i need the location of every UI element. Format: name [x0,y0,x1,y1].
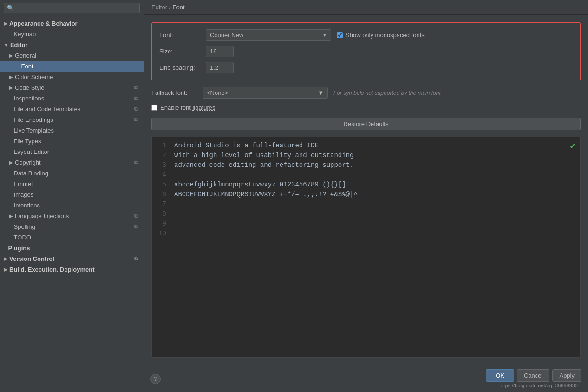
size-input[interactable]: 16 [206,46,234,57]
sidebar-item-plugins[interactable]: Plugins [0,243,144,253]
font-row: Font: Courier New ▼ Show only monospaced… [159,29,573,41]
fallback-row: Fallback font: <None> ▼ For symbols not … [151,87,581,99]
csdn-link: https://blog.csdn.net/qq_36699930 [499,383,578,388]
tree-arrow-appearance-behavior: ▶ [4,21,7,26]
fallback-label: Fallback font: [151,89,203,96]
preview-line-5: abcdefghijklmnopqrstuvwxyz 0123456789 ()… [174,180,576,190]
sidebar-item-icon-copyright: ⧉ [134,159,138,166]
sidebar-item-language-injections[interactable]: ▶Language Injections⧉ [0,211,144,221]
tree-arrow-code-style: ▶ [9,85,13,90]
sidebar-item-label-intentions: Intentions [14,202,40,209]
sidebar-item-keymap[interactable]: Keymap [0,29,144,40]
sidebar-item-label-appearance-behavior: Appearance & Behavior [9,20,78,27]
sidebar-item-general[interactable]: ▶General [0,50,144,61]
sidebar-item-label-version-control: Version Control [9,255,54,262]
font-label: Font: [159,32,206,39]
sidebar-item-icon-language-injections: ⧉ [134,213,138,219]
breadcrumb-parent: Editor [151,4,167,11]
sidebar-item-inspections[interactable]: Inspections⧉ [0,93,144,104]
line-number-9: 9 [156,219,166,229]
sidebar-item-todo[interactable]: TODO [0,232,144,243]
ok-button[interactable]: OK [486,369,514,382]
size-row: Size: 16 [159,46,573,57]
sidebar-item-label-inspections: Inspections [14,95,45,102]
tree-arrow-color-scheme: ▶ [9,74,13,80]
line-number-1: 1 [156,141,166,151]
sidebar-item-label-editor: Editor [10,41,28,48]
breadcrumb-separator: › [169,4,173,11]
preview-line-1: Android Studio is a full-featured IDE [174,141,576,151]
content-panel: Font: Courier New ▼ Show only monospaced… [144,15,588,365]
sidebar-item-label-font: Font [21,63,33,70]
content-area: Editor › Font Font: Courier New ▼ Show o… [144,0,588,392]
line-spacing-row: Line spacing: 1.2 [159,62,573,73]
fallback-hint: For symbols not supported by the main fo… [333,90,441,96]
sidebar-item-file-types[interactable]: File Types [0,136,144,146]
search-input[interactable] [16,5,137,11]
sidebar-item-editor[interactable]: ▼Editor [0,40,144,50]
preview-line-8 [174,209,576,219]
apply-button[interactable]: Apply [552,369,581,382]
sidebar-item-label-emmet: Emmet [14,180,33,187]
sidebar-item-data-binding[interactable]: Data Binding [0,168,144,179]
font-dropdown[interactable]: Courier New ▼ [206,29,331,41]
sidebar-item-copyright[interactable]: ▶Copyright⧉ [0,157,144,168]
sidebar-item-images[interactable]: Images [0,189,144,200]
sidebar-item-build-execution-deployment[interactable]: ▶Build, Execution, Deployment [0,264,144,275]
sidebar: 🔍 ▶Appearance & Behavior Keymap▼Editor▶G… [0,0,144,392]
sidebar-item-icon-inspections: ⧉ [134,95,138,101]
breadcrumb-current: Font [173,4,185,11]
sidebar-item-color-scheme[interactable]: ▶Color Scheme [0,72,144,82]
line-number-7: 7 [156,199,166,209]
line-number-4: 4 [156,170,166,180]
line-number-8: 8 [156,209,166,219]
sidebar-item-version-control[interactable]: ▶Version Control⧉ [0,253,144,264]
sidebar-tree: ▶Appearance & Behavior Keymap▼Editor▶Gen… [0,16,144,392]
preview-line-3: advanced code editing and refactoring su… [174,160,576,170]
sidebar-item-layout-editor[interactable]: Layout Editor [0,146,144,157]
tree-arrow-build-execution-deployment: ▶ [4,267,7,272]
sidebar-item-label-plugins: Plugins [8,245,30,252]
checkmark-icon: ✔ [569,141,576,151]
sidebar-item-live-templates[interactable]: Live Templates [0,125,144,136]
sidebar-item-label-keymap: Keymap [14,31,36,38]
sidebar-item-icon-file-code-templates: ⧉ [134,106,138,112]
search-wrap[interactable]: 🔍 [4,3,140,13]
sidebar-item-appearance-behavior[interactable]: ▶Appearance & Behavior [0,18,144,29]
cancel-button[interactable]: Cancel [517,369,549,382]
bottom-bar: ? OK Cancel Apply https://blog.csdn.net/… [144,365,588,392]
sidebar-item-label-file-encodings: File Encodings [14,116,53,123]
ligatures-checkbox[interactable] [151,105,157,111]
restore-defaults-button[interactable]: Restore Defaults [151,118,581,130]
sidebar-item-file-encodings[interactable]: File Encodings⧉ [0,114,144,125]
line-numbers: 12345678910 [152,141,170,353]
sidebar-item-spelling[interactable]: Spelling⧉ [0,221,144,232]
line-number-5: 5 [156,180,166,190]
sidebar-item-file-code-templates[interactable]: File and Code Templates⧉ [0,104,144,114]
sidebar-item-font[interactable]: Font [0,61,144,72]
search-bar: 🔍 [0,0,144,16]
tree-arrow-version-control: ▶ [4,256,7,261]
preview-line-2: with a high level of usability and outst… [174,151,576,160]
sidebar-item-label-spelling: Spelling [14,223,35,230]
sidebar-item-label-build-execution-deployment: Build, Execution, Deployment [9,266,94,273]
tree-arrow-language-injections: ▶ [9,213,13,219]
sidebar-item-intentions[interactable]: Intentions [0,200,144,211]
ligatures-label[interactable]: Enable font ligatures [151,104,216,111]
sidebar-item-label-general: General [15,52,36,59]
sidebar-item-icon-spelling: ⧉ [134,224,138,230]
tree-arrow-copyright: ▶ [9,160,13,165]
fallback-dropdown[interactable]: <None> ▼ [203,87,328,99]
help-button[interactable]: ? [150,374,161,384]
monospaced-checkbox[interactable] [337,32,343,38]
sidebar-item-label-todo: TODO [14,234,31,241]
line-number-6: 6 [156,190,166,199]
sidebar-item-code-style[interactable]: ▶Code Style⧉ [0,82,144,93]
preview-line-4 [174,170,576,180]
monospaced-check-label[interactable]: Show only monospaced fonts [337,32,425,39]
sidebar-item-emmet[interactable]: Emmet [0,179,144,189]
sidebar-item-label-data-binding: Data Binding [14,170,48,177]
bottom-right: OK Cancel Apply https://blog.csdn.net/qq… [486,369,581,388]
line-spacing-input[interactable]: 1.2 [206,62,234,73]
sidebar-item-icon-code-style: ⧉ [134,85,138,91]
